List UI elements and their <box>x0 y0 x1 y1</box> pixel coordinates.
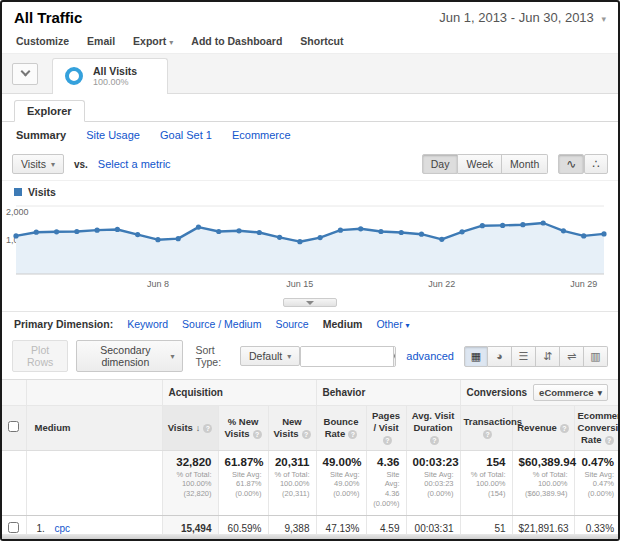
term-cloud-view-icon[interactable]: ⇌ <box>560 346 584 367</box>
motion-chart-icon[interactable]: ∴ <box>584 154 608 174</box>
dimension-other-dropdown[interactable]: Other ▾ <box>376 318 409 330</box>
timeline-scrubber-handle[interactable] <box>283 298 337 307</box>
help-icon[interactable]: ? <box>348 430 357 439</box>
granularity-day-button[interactable]: Day <box>422 154 459 174</box>
chevron-down-icon: ▾ <box>601 14 606 24</box>
total-subtext: % of Total: 100.00% (20,311) <box>275 470 310 499</box>
column-header-ecommerce-conversion-rate[interactable]: Ecommerce Conversion Rate? <box>574 406 620 451</box>
pivot-view-icon[interactable]: ▥ <box>584 346 608 367</box>
total-value: 154 <box>467 456 506 468</box>
chart-controls: Visits▾ vs. Select a metric Day Week Mon… <box>2 148 618 181</box>
percentage-view-icon[interactable]: ◕ <box>488 346 512 367</box>
column-header-revenue[interactable]: Revenue? <box>512 406 574 451</box>
subtab-summary[interactable]: Summary <box>16 129 66 141</box>
metric-group-header-row: Acquisition Behavior Conversions eCommer… <box>2 380 620 406</box>
chevron-down-icon: ▾ <box>597 387 602 398</box>
table-search <box>300 346 396 367</box>
help-icon[interactable]: ? <box>253 430 262 439</box>
search-input[interactable] <box>301 347 393 366</box>
column-header-bounce-rate[interactable]: Bounce Rate? <box>316 406 366 451</box>
column-header-transactions[interactable]: Transactions? <box>460 406 512 451</box>
totals-spacer <box>26 450 162 515</box>
table-toolbar: Plot Rows Secondary dimension▾ Sort Type… <box>2 334 618 380</box>
explorer-tab-row: Explorer <box>2 94 618 122</box>
add-to-dashboard-button[interactable]: Add to Dashboard <box>191 35 282 47</box>
column-header-visits[interactable]: Visits↓? <box>162 406 218 451</box>
group-header-acquisition: Acquisition <box>162 380 316 406</box>
sort-descending-icon: ↓ <box>196 423 201 433</box>
svg-text:Jun 22: Jun 22 <box>428 279 455 289</box>
advanced-search-link[interactable]: advanced <box>406 350 454 362</box>
subtab-ecommerce[interactable]: Ecommerce <box>232 129 291 141</box>
group-header-conversions: Conversions eCommerce▾ <box>460 380 620 406</box>
total-metric-cell: 00:03:23Site Avg: 00:03:23 (0.00%) <box>406 450 460 515</box>
segment-collapse-button[interactable] <box>12 63 38 85</box>
dimension-source-medium-link[interactable]: Source / Medium <box>182 318 261 330</box>
select-all-checkbox[interactable] <box>8 421 19 432</box>
granularity-week-button[interactable]: Week <box>458 154 502 174</box>
row-checkbox[interactable] <box>8 522 19 533</box>
segment-percent: 100.00% <box>93 77 137 87</box>
select-a-metric-link[interactable]: Select a metric <box>98 158 171 170</box>
sort-type-dropdown[interactable]: Default▾ <box>240 346 300 366</box>
total-subtext: Site Avg: 61.87% (0.00%) <box>225 470 262 499</box>
column-header-pages-visit[interactable]: Pages / Visit? <box>366 406 406 451</box>
table-view-icon[interactable]: ▦ <box>464 346 488 367</box>
performance-view-icon[interactable]: ☰ <box>512 346 536 367</box>
group-header-behavior: Behavior <box>316 380 460 406</box>
tab-explorer[interactable]: Explorer <box>14 100 85 122</box>
dimension-keyword-link[interactable]: Keyword <box>127 318 168 330</box>
report-action-bar: Customize Email Export ▾ Add to Dashboar… <box>2 30 618 54</box>
conversions-goal-dropdown[interactable]: eCommerce▾ <box>533 384 608 401</box>
email-button[interactable]: Email <box>87 35 115 47</box>
total-subtext: % of Total: 100.00% (32,820) <box>169 470 212 499</box>
subtab-site-usage[interactable]: Site Usage <box>86 129 140 141</box>
chart-type-buttons: ∿ ∴ <box>558 154 608 174</box>
dimension-source-link[interactable]: Source <box>275 318 308 330</box>
vs-label: vs. <box>74 159 88 170</box>
total-subtext: Site Avg: 0.47% (0.00%) <box>581 470 615 499</box>
segment-card-all-visits[interactable]: All Visits 100.00% <box>52 58 168 94</box>
search-button[interactable] <box>393 346 396 367</box>
help-icon[interactable]: ? <box>203 424 212 433</box>
chart-plot-area: 1,0002,000Jun 8Jun 15Jun 22Jun 29 <box>2 200 618 296</box>
page-title: All Traffic <box>14 9 82 26</box>
help-icon[interactable]: ? <box>483 430 492 439</box>
visits-line-chart-svg: 1,0002,000Jun 8Jun 15Jun 22Jun 29 <box>2 200 618 292</box>
customize-button[interactable]: Customize <box>16 35 69 47</box>
shortcut-button[interactable]: Shortcut <box>300 35 343 47</box>
date-range-selector[interactable]: Jun 1, 2013 - Jun 30, 2013 ▾ <box>439 10 606 25</box>
column-header-row: Medium Visits↓?% New Visits?New Visits?B… <box>2 406 620 451</box>
visits-timeseries-chart[interactable]: 1,0002,000Jun 8Jun 15Jun 22Jun 29 <box>2 200 618 312</box>
help-icon[interactable]: ? <box>302 430 311 439</box>
line-chart-icon[interactable]: ∿ <box>558 154 584 174</box>
column-header--new-visits[interactable]: % New Visits? <box>218 406 268 451</box>
subtab-goal-set-1[interactable]: Goal Set 1 <box>160 129 212 141</box>
search-icon <box>394 352 396 360</box>
total-metric-cell: 0.47%Site Avg: 0.47% (0.00%) <box>574 450 620 515</box>
granularity-month-button[interactable]: Month <box>502 154 548 174</box>
help-icon[interactable]: ? <box>605 436 614 445</box>
help-icon[interactable]: ? <box>560 424 569 433</box>
help-icon[interactable]: ? <box>430 436 439 445</box>
plot-rows-button[interactable]: Plot Rows <box>12 340 68 372</box>
column-header-medium[interactable]: Medium <box>26 406 162 451</box>
chart-legend: Visits <box>2 181 618 200</box>
dimension-medium-selected[interactable]: Medium <box>323 318 363 330</box>
group-header-spacer <box>2 380 26 406</box>
metric-selector-dropdown[interactable]: Visits▾ <box>12 154 64 174</box>
total-value: $60,389.94 <box>519 456 568 468</box>
svg-text:Jun 8: Jun 8 <box>147 279 169 289</box>
secondary-dimension-dropdown[interactable]: Secondary dimension▾ <box>76 340 183 372</box>
export-menu[interactable]: Export ▾ <box>133 35 173 47</box>
comparison-view-icon[interactable]: ⇵ <box>536 346 560 367</box>
chevron-down-icon: ▾ <box>287 352 291 361</box>
medium-link[interactable]: cpc <box>55 523 71 534</box>
svg-text:Jun 15: Jun 15 <box>286 279 313 289</box>
help-icon[interactable]: ? <box>383 436 392 445</box>
column-header-avg-visit-duration[interactable]: Avg. Visit Duration? <box>406 406 460 451</box>
segment-bar: All Visits 100.00% <box>2 54 618 94</box>
total-value: 32,820 <box>169 456 212 468</box>
report-header: All Traffic Jun 1, 2013 - Jun 30, 2013 ▾ <box>2 2 618 30</box>
column-header-new-visits[interactable]: New Visits? <box>268 406 316 451</box>
